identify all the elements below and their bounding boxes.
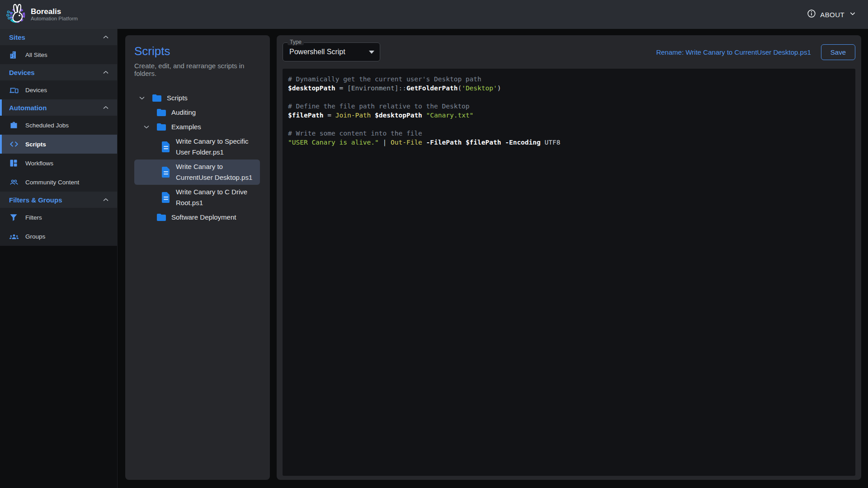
sidebar-item-all-sites[interactable]: All Sites [0,45,117,64]
sidebar-item-label: Community Content [25,179,79,186]
borealis-app: Borealis Automation Platform ABOUT Sites… [0,0,868,488]
sidebar-item-scripts[interactable]: Scripts [0,135,117,154]
sidebar-item-community-content[interactable]: Community Content [0,173,117,192]
brand: Borealis Automation Platform [5,3,78,26]
save-button[interactable]: Save [821,44,855,60]
code-icon [9,139,19,149]
sidebar-section-devices[interactable]: Devices [0,64,117,80]
tree-item-label: Write Canary to CurrentUser Desktop.ps1 [176,161,260,183]
building-icon [9,50,19,60]
tree-file-write-canary-to-specific-user-folder-ps1[interactable]: Write Canary to Specific User Folder.ps1 [134,134,260,160]
code-editor[interactable]: # Dynamically get the current user's Des… [283,69,855,476]
tree-folder-examples[interactable]: Examples [134,120,260,134]
folder-icon [156,122,168,132]
tree-item-label: Examples [171,122,201,132]
sidebar-section-label: Automation [9,104,47,112]
code-line: # Write some content into the file [288,129,850,138]
sidebar-item-devices[interactable]: Devices [0,80,117,99]
code-line: $filePath = Join-Path $desktopPath "Cana… [288,111,850,120]
about-label: ABOUT [820,11,844,19]
chevron-up-icon [102,196,110,204]
tree-folder-software-deployment[interactable]: Software Deployment [134,210,260,225]
tree-item-label: Auditing [171,107,196,118]
file-icon [160,141,172,153]
people-icon [9,177,19,187]
sidebar-section-filters-groups[interactable]: Filters & Groups [0,192,117,208]
sidebar-item-label: Filters [25,214,42,221]
brand-text: Borealis Automation Platform [31,7,78,22]
sidebar-item-label: Devices [25,87,47,94]
sidebar-section-label: Filters & Groups [9,196,62,204]
sidebar-section-automation[interactable]: Automation [0,99,117,116]
chevron-up-icon [102,103,110,112]
editor-panel: Type Powershell Script Rename: Write Can… [277,35,861,480]
code-line: "USER Canary is alive." | Out-File -File… [288,138,850,147]
sidebar-item-groups[interactable]: Groups [0,227,117,246]
devices-icon [9,85,19,95]
folder-icon [156,212,168,223]
editor-toolbar: Type Powershell Script Rename: Write Can… [277,35,861,69]
code-line: # Define the file path relative to the D… [288,102,850,111]
code-line: $desktopPath = [Environment]::GetFolderP… [288,84,850,93]
type-select-value: Powershell Script [289,48,345,56]
sidebar-item-label: Groups [25,233,45,240]
about-menu-button[interactable]: ABOUT [807,9,857,20]
sidebar-item-label: Scripts [25,141,46,148]
sidebar-item-label: Workflows [25,160,53,167]
tree-folder-scripts[interactable]: Scripts [134,91,260,105]
tree-item-label: Scripts [167,93,188,103]
type-select-label: Type [288,39,304,45]
info-icon [807,9,816,20]
sidebar-item-label: Scheduled Jobs [25,122,69,129]
script-tree: ScriptsAuditingExamplesWrite Canary to S… [134,91,261,225]
tree-item-label: Write Canary to Specific User Folder.ps1 [176,136,260,158]
chevron-down-icon[interactable] [142,123,156,131]
tree-item-label: Write Canary to C Drive Root.ps1 [176,187,260,208]
brand-name: Borealis [31,7,78,16]
sidebar-item-filters[interactable]: Filters [0,208,117,227]
left-sidebar: SitesAll SitesDevicesDevicesAutomationSc… [0,29,118,488]
sidebar-section-sites[interactable]: Sites [0,29,117,45]
tree-file-write-canary-to-c-drive-root-ps1[interactable]: Write Canary to C Drive Root.ps1 [134,185,260,210]
toolbar-right: Rename: Write Canary to CurrentUser Desk… [656,44,855,60]
code-line [288,120,850,129]
sidebar-item-scheduled-jobs[interactable]: Scheduled Jobs [0,116,117,135]
chevron-up-icon [102,33,110,41]
rename-link[interactable]: Rename: Write Canary to CurrentUser Desk… [656,48,811,56]
code-line [288,93,850,102]
page-subtitle: Create, edit, and rearrange scripts in f… [134,62,261,77]
tree-folder-auditing[interactable]: Auditing [134,105,260,120]
filter-icon [9,212,19,222]
chevron-down-icon [848,9,857,20]
script-type-select[interactable]: Type Powershell Script [283,42,380,61]
sidebar-section-label: Sites [9,33,25,41]
dropdown-caret-icon [369,51,374,54]
chevron-down-icon[interactable] [138,94,151,102]
sidebar-item-workflows[interactable]: Workflows [0,154,117,173]
workflows-icon [9,158,19,168]
scripts-panel: Scripts Create, edit, and rearrange scri… [125,35,270,480]
top-header: Borealis Automation Platform ABOUT [0,0,868,29]
code-line: # Dynamically get the current user's Des… [288,75,850,84]
groups-icon [9,231,19,241]
file-icon [160,166,172,178]
file-icon [160,192,172,203]
chevron-up-icon [102,68,110,76]
brand-subtitle: Automation Platform [31,16,78,22]
tree-item-label: Software Deployment [171,212,236,223]
tree-file-write-canary-to-currentuser-desktop-ps1[interactable]: Write Canary to CurrentUser Desktop.ps1 [134,160,260,185]
page-title: Scripts [134,44,261,58]
briefcase-icon [9,120,19,130]
sidebar-item-label: All Sites [25,52,47,58]
borealis-logo-icon [5,3,26,26]
folder-icon [151,93,163,103]
folder-icon [156,107,168,118]
sidebar-section-label: Devices [9,69,35,76]
sidebar-nav: SitesAll SitesDevicesDevicesAutomationSc… [0,29,117,246]
